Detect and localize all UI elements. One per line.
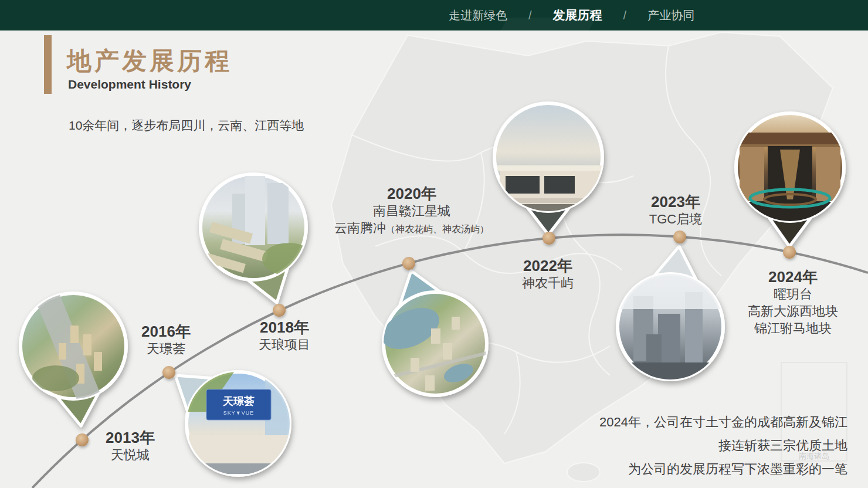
milestone-year: 2018年 (259, 318, 310, 336)
milestone-name: TGC启境 (649, 211, 702, 228)
milestone-year: 2013年 (106, 429, 155, 446)
milestone-name-2: 高新大源西地块 (748, 303, 838, 320)
milestone-name: 曜玥台 (748, 286, 838, 303)
nav-decoration (501, 18, 596, 30)
milestone-2023: 2023年 TGC启境 (649, 193, 702, 228)
closing-paragraph: 2024年，公司在寸土寸金的成都高新及锦江 接连斩获三宗优质土地 为公司的发展历… (472, 411, 847, 481)
milestone-name: 天悦城 (106, 446, 155, 463)
photo-bubble-2018 (201, 174, 315, 303)
milestone-2024: 2024年 曜玥台 高新大源西地块 锦江驸马地块 (748, 268, 838, 337)
milestone-year: 2023年 (649, 193, 702, 211)
closing-line-2: 接连斩获三宗优质土地 (472, 434, 847, 458)
skyvue-sign-en: SKY▼VUE (223, 410, 254, 416)
nav-separator: / (623, 9, 627, 22)
photo-bubble-2016: 天璟荟 SKY▼VUE (175, 370, 299, 475)
milestone-name: 南昌赣江星城 (334, 202, 489, 219)
milestone-2022: 2022年 神农千屿 (522, 257, 574, 292)
milestone-year: 2024年 (748, 268, 838, 286)
skyvue-sign-cn: 天璟荟 (222, 395, 255, 407)
timeline-dot-2024 (783, 246, 796, 259)
page-title: 地产发展历程 (67, 45, 232, 77)
timeline-dot-2020 (402, 257, 415, 270)
milestone-year: 2016年 (141, 323, 191, 340)
milestone-name: 天璟荟 (141, 340, 191, 357)
top-nav: 走进新绿色 / 发展历程 / 产业协同 (0, 0, 868, 30)
photo-bubble-2013 (21, 289, 126, 426)
closing-line-3: 为公司的发展历程写下浓墨重彩的一笔 (472, 458, 847, 481)
milestone-name-3: 锦江驸马地块 (748, 320, 838, 337)
closing-line-1: 2024年，公司在寸土寸金的成都高新及锦江 (472, 411, 847, 434)
nav-item-about[interactable]: 走进新绿色 (449, 8, 507, 23)
intro-text: 10余年间，逐步布局四川，云南、江西等地 (69, 117, 304, 134)
timeline-dot-2016 (162, 366, 175, 379)
milestone-2018: 2018年 天琅项目 (259, 318, 310, 353)
milestone-year: 2020年 (334, 185, 489, 202)
milestone-name: 神农千屿 (522, 274, 574, 292)
milestone-name: 天琅项目 (259, 336, 310, 353)
page-subtitle: Development History (68, 77, 191, 92)
milestone-2020: 2020年 南昌赣江星城 云南腾冲（神农花屿、神农汤屿） (334, 185, 489, 238)
milestone-year: 2022年 (522, 257, 574, 274)
nav-item-synergy[interactable]: 产业协同 (647, 8, 694, 23)
timeline-dot-2018 (273, 304, 286, 317)
timeline-dot-2022 (542, 232, 555, 245)
milestone-note: （神农花屿、神农汤屿） (386, 224, 489, 234)
timeline-dot-2023 (673, 231, 686, 243)
timeline-dot-2013 (76, 433, 89, 446)
milestone-2016: 2016年 天璟荟 (141, 323, 191, 357)
title-accent-bar (44, 35, 52, 94)
milestone-name-2: 云南腾冲（神农花屿、神农汤屿） (334, 219, 489, 238)
milestone-2013: 2013年 天悦城 (106, 429, 155, 463)
